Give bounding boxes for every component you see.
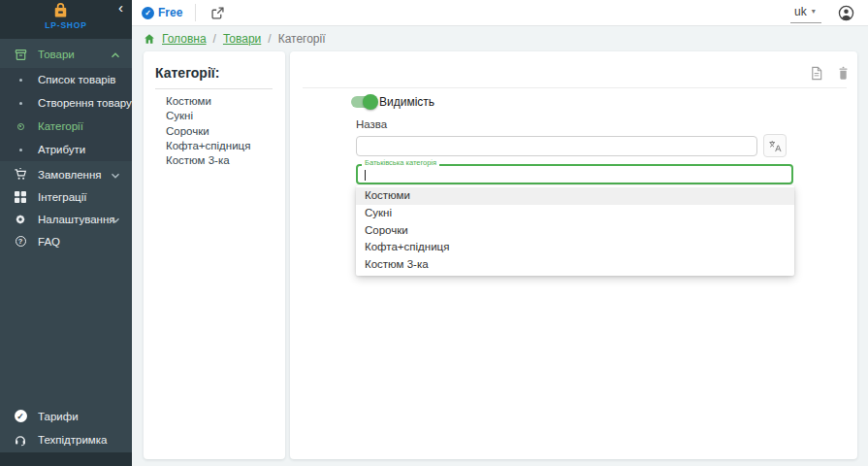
brand-name: LP-SHOP	[0, 20, 132, 30]
trash-icon[interactable]	[834, 64, 852, 82]
breadcrumb-link-products[interactable]: Товари	[223, 32, 261, 46]
divider	[195, 4, 196, 21]
external-link-icon[interactable]	[209, 4, 226, 21]
chevron-down-icon	[111, 166, 120, 183]
parent-category-label: Батьківська категорія	[362, 158, 439, 167]
category-list-item[interactable]: Кофта+спідниця	[144, 139, 285, 153]
sidebar-item-product-create[interactable]: Створення товару	[0, 91, 132, 115]
home-icon[interactable]	[144, 33, 155, 45]
dropdown-option[interactable]: Сукні	[356, 205, 794, 222]
dropdown-option[interactable]: Костюм 3-ка	[356, 256, 794, 274]
parent-category-dropdown: Костюми Сукні Сорочки Кофта+спідниця Кос…	[356, 185, 794, 276]
name-input[interactable]	[356, 136, 757, 156]
topbar-right: uk ▾	[790, 3, 854, 23]
sidebar-item-orders[interactable]: Замовлення	[0, 163, 132, 185]
sidebar-item-products[interactable]: Товари	[0, 41, 132, 68]
categories-list: Костюми Сукні Сорочки Кофта+спідниця Кос…	[144, 94, 285, 168]
topbar: ✓ Free uk ▾	[132, 0, 868, 26]
save-document-icon[interactable]	[808, 64, 825, 82]
sidebar-item-attributes[interactable]: Атрибути	[0, 138, 132, 161]
visibility-label: Видимість	[379, 95, 434, 109]
divider	[155, 88, 273, 89]
category-list-item[interactable]: Костюми	[144, 94, 285, 109]
dropdown-option[interactable]: Кофта+спідниця	[356, 239, 794, 256]
editor-actions	[808, 64, 852, 82]
question-circle-icon: ?	[13, 236, 28, 247]
sidebar-header: LP-SHOP ‹	[0, 0, 132, 39]
bullet-icon	[13, 102, 28, 105]
sidebar-item-categories[interactable]: Категорії	[0, 115, 132, 138]
sidebar-item-settings[interactable]: Налаштування	[0, 208, 132, 230]
bullet-icon	[13, 149, 28, 151]
plan-label: Free	[158, 6, 182, 19]
sidebar-footer-band	[0, 452, 132, 466]
bullet-icon	[13, 79, 28, 82]
headset-icon	[13, 433, 28, 447]
toggle-thumb	[363, 94, 378, 110]
sidebar-item-tariffs[interactable]: ✓ Тарифи	[0, 405, 132, 427]
shopping-cart-icon	[13, 167, 28, 182]
language-value: uk	[794, 5, 807, 18]
breadcrumb-current: Категорії	[278, 32, 326, 46]
translate-button[interactable]	[763, 134, 787, 157]
gear-icon	[13, 213, 28, 226]
sidebar-collapse-button[interactable]: ‹	[118, 0, 123, 15]
dropdown-option[interactable]: Сорочки	[356, 222, 794, 240]
breadcrumb-link-home[interactable]: Головна	[162, 32, 207, 46]
categories-panel-title: Категорії:	[155, 65, 273, 81]
app-window: LP-SHOP ‹ Товари Список товарів Створенн…	[0, 0, 868, 466]
check-badge-icon: ✓	[13, 410, 28, 422]
category-list-item[interactable]: Сукні	[144, 109, 285, 123]
sidebar-item-product-list[interactable]: Список товарів	[0, 68, 132, 91]
account-icon[interactable]	[837, 4, 854, 21]
chevron-down-icon	[111, 211, 120, 228]
categories-panel: Категорії: Костюми Сукні Сорочки Кофта+с…	[144, 51, 285, 459]
active-bullet-icon	[13, 123, 28, 130]
sidebar-item-integrations[interactable]: Інтеграції	[0, 185, 132, 208]
breadcrumb-separator: /	[213, 32, 216, 46]
dropdown-option[interactable]: Костюми	[356, 187, 794, 205]
breadcrumb: Головна / Товари / Категорії	[144, 26, 326, 51]
caret-down-icon: ▾	[812, 7, 816, 16]
sidebar-item-support[interactable]: Техпідтримка	[0, 428, 132, 450]
verified-icon: ✓	[142, 7, 154, 19]
category-list-item[interactable]: Костюм 3-ка	[144, 153, 285, 168]
category-editor-panel: Видимість Назва Батьківська категорія Ко…	[290, 51, 857, 459]
language-select[interactable]: uk ▾	[790, 3, 821, 23]
name-field-label: Назва	[356, 118, 387, 130]
chevron-up-icon	[111, 46, 120, 63]
products-submenu: Список товарів Створення товару Категорі…	[0, 68, 132, 161]
grid-icon	[13, 190, 28, 204]
text-cursor	[365, 170, 366, 181]
divider	[303, 87, 847, 88]
category-list-item[interactable]: Сорочки	[144, 124, 285, 139]
breadcrumb-separator: /	[268, 32, 271, 46]
visibility-toggle[interactable]	[351, 96, 376, 108]
sidebar-item-label: Товари	[38, 49, 75, 60]
archive-icon	[13, 48, 28, 62]
sidebar: LP-SHOP ‹ Товари Список товарів Створенн…	[0, 0, 132, 466]
plan-badge[interactable]: ✓ Free	[142, 6, 182, 19]
parent-category-input[interactable]	[356, 164, 793, 184]
sidebar-item-faq[interactable]: ? FAQ	[0, 230, 132, 252]
